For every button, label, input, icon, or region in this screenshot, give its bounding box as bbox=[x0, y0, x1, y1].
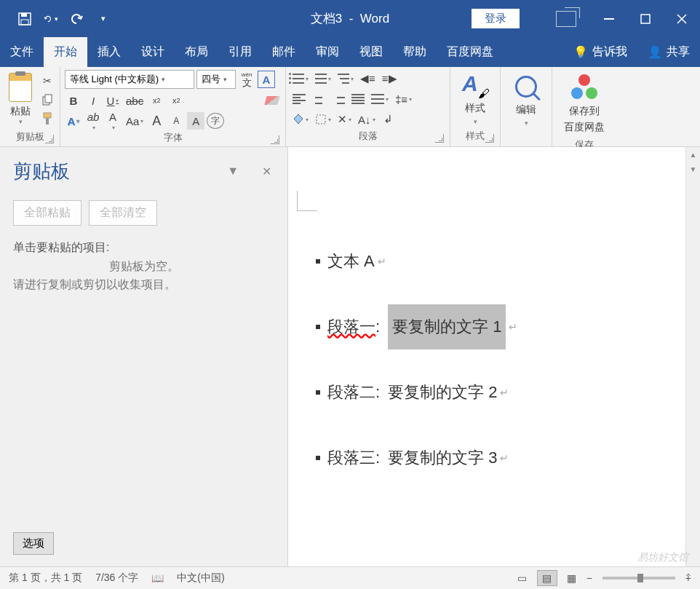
paste-button[interactable]: 粘贴 ▾ bbox=[4, 70, 36, 129]
close-button[interactable] bbox=[664, 0, 700, 37]
italic-button[interactable]: I bbox=[84, 92, 102, 109]
tab-布局[interactable]: 布局 bbox=[175, 37, 218, 67]
zoom-slider[interactable] bbox=[602, 577, 675, 580]
pane-dropdown-icon[interactable]: ▼ bbox=[224, 162, 242, 181]
clear-all-button[interactable]: 全部清空 bbox=[89, 200, 157, 226]
tab-帮助[interactable]: 帮助 bbox=[393, 37, 437, 67]
tab-插入[interactable]: 插入 bbox=[87, 37, 131, 67]
highlight-button[interactable]: ab bbox=[84, 112, 102, 130]
align-center-button[interactable] bbox=[310, 90, 327, 108]
font-size-combo[interactable]: 四号▾ bbox=[196, 70, 236, 89]
line-spacing-button[interactable]: ‡≡ bbox=[393, 90, 414, 108]
shading-button[interactable] bbox=[290, 111, 311, 128]
tab-文件[interactable]: 文件 bbox=[0, 37, 44, 67]
tab-百度网盘[interactable]: 百度网盘 bbox=[437, 37, 504, 67]
clipboard-launcher-icon[interactable] bbox=[45, 135, 54, 143]
multilevel-button[interactable] bbox=[335, 70, 356, 87]
zoom-out-button[interactable]: − bbox=[586, 572, 592, 584]
borders-button[interactable] bbox=[313, 111, 333, 128]
styles-launcher-icon[interactable] bbox=[485, 134, 494, 143]
maximize-button[interactable] bbox=[627, 0, 664, 37]
scroll-down-icon[interactable]: ▼ bbox=[686, 162, 700, 176]
bullets-button[interactable] bbox=[290, 70, 311, 87]
strikethrough-button[interactable]: abc bbox=[124, 92, 146, 109]
cut-icon[interactable]: ✂ bbox=[39, 73, 55, 89]
paragraph-mark-icon bbox=[316, 325, 320, 329]
font-name-combo[interactable]: 等线 Light (中文标题)▾ bbox=[65, 70, 194, 89]
proofing-icon[interactable]: 📖 bbox=[151, 572, 164, 584]
options-button[interactable]: 选项 bbox=[13, 532, 54, 555]
doc-line[interactable]: 文本 A↵ bbox=[316, 250, 685, 272]
read-mode-icon[interactable]: ▭ bbox=[512, 570, 533, 586]
numbering-button[interactable] bbox=[313, 70, 333, 87]
shrink-font-button[interactable]: A bbox=[167, 112, 185, 130]
copy-icon[interactable] bbox=[39, 92, 55, 108]
align-right-button[interactable] bbox=[330, 90, 347, 108]
paragraph-mark-icon bbox=[316, 390, 320, 395]
word-count-status[interactable]: 7/36 个字 bbox=[95, 572, 138, 585]
show-marks-button[interactable]: ↲ bbox=[380, 111, 397, 128]
grow-font-button[interactable]: A bbox=[148, 112, 165, 130]
char-scale-button[interactable]: Aa bbox=[124, 112, 146, 130]
clear-format-button[interactable]: A bbox=[187, 112, 204, 130]
paste-all-button[interactable]: 全部粘贴 bbox=[13, 200, 81, 226]
doc-line[interactable]: 段落三: 要复制的文字 3↵ bbox=[316, 447, 685, 469]
distribute-button[interactable] bbox=[369, 90, 391, 108]
bold-button[interactable]: B bbox=[65, 92, 82, 109]
save-icon[interactable] bbox=[17, 12, 32, 26]
superscript-button[interactable]: x2 bbox=[167, 92, 185, 109]
sort-button[interactable]: A↓ bbox=[356, 111, 378, 128]
styles-group: A🖌 样式▾ 样式 bbox=[450, 67, 501, 146]
tab-设计[interactable]: 设计 bbox=[131, 37, 175, 67]
editing-button[interactable]: 编辑▾ bbox=[505, 70, 547, 130]
justify-button[interactable] bbox=[349, 90, 367, 108]
underline-button[interactable]: U bbox=[104, 92, 122, 109]
quick-access-toolbar: ▾ ▾ bbox=[0, 12, 111, 26]
page-status[interactable]: 第 1 页，共 1 页 bbox=[9, 572, 82, 585]
styles-button[interactable]: A🖌 样式▾ bbox=[455, 70, 496, 128]
doc-line[interactable]: 段落二: 要复制的文字 2↵ bbox=[316, 382, 685, 403]
return-icon: ↵ bbox=[500, 387, 509, 398]
text-effect-button[interactable]: A bbox=[65, 112, 82, 130]
subscript-button[interactable]: x2 bbox=[148, 92, 165, 109]
tab-引用[interactable]: 引用 bbox=[218, 37, 262, 67]
clipboard-group: 粘贴 ▾ ✂ 剪贴板 bbox=[0, 67, 60, 146]
collapse-ribbon-icon[interactable]: ⌃ bbox=[684, 572, 693, 583]
tab-邮件[interactable]: 邮件 bbox=[262, 37, 306, 67]
svg-rect-1 bbox=[21, 13, 27, 17]
char-border-button[interactable]: A bbox=[258, 71, 275, 88]
increase-indent-button[interactable]: ≡▶ bbox=[380, 70, 399, 87]
doc-line[interactable]: 段落一: 要复制的文字 1↵ bbox=[316, 316, 685, 338]
share-button[interactable]: 👤共享 bbox=[637, 37, 700, 67]
enclose-char-button[interactable]: 字 bbox=[207, 113, 224, 129]
login-button[interactable]: 登录 bbox=[472, 9, 520, 28]
undo-icon[interactable]: ▾ bbox=[44, 12, 58, 26]
tab-开始[interactable]: 开始 bbox=[44, 37, 87, 67]
qat-customize-icon[interactable]: ▾ bbox=[96, 12, 111, 26]
clipboard-icon bbox=[9, 73, 32, 102]
save-baidu-button[interactable]: 保存到 百度网盘 bbox=[557, 70, 612, 137]
snap-grid-button[interactable]: ✕ bbox=[335, 111, 354, 128]
font-launcher-icon[interactable] bbox=[271, 135, 279, 144]
vertical-scrollbar[interactable]: ▲ ▼ bbox=[685, 147, 700, 566]
phonetic-guide-button[interactable]: wén文 bbox=[238, 71, 255, 88]
document-area[interactable]: 文本 A↵段落一: 要复制的文字 1↵段落二: 要复制的文字 2↵段落三: 要复… bbox=[288, 147, 700, 566]
decrease-indent-button[interactable]: ◀≡ bbox=[358, 70, 378, 87]
paragraph-launcher-icon[interactable] bbox=[435, 134, 444, 143]
language-status[interactable]: 中文(中国) bbox=[177, 572, 224, 585]
ribbon: 粘贴 ▾ ✂ 剪贴板 等线 Light (中文标题)▾ 四号▾ wén文 A B… bbox=[0, 67, 700, 147]
ribbon-display-icon[interactable] bbox=[556, 11, 576, 27]
tab-视图[interactable]: 视图 bbox=[349, 37, 393, 67]
web-layout-icon[interactable]: ▦ bbox=[562, 570, 582, 586]
align-left-button[interactable] bbox=[290, 90, 308, 108]
tab-审阅[interactable]: 审阅 bbox=[306, 37, 349, 67]
pane-close-icon[interactable]: ✕ bbox=[259, 162, 274, 181]
format-painter-icon[interactable] bbox=[39, 111, 55, 127]
tell-me-button[interactable]: 💡告诉我 bbox=[563, 37, 637, 67]
eraser-button[interactable] bbox=[263, 92, 281, 109]
scroll-up-icon[interactable]: ▲ bbox=[686, 147, 700, 162]
minimize-button[interactable] bbox=[591, 0, 627, 37]
redo-icon[interactable] bbox=[70, 12, 84, 26]
font-color-button[interactable]: A bbox=[104, 112, 122, 130]
print-layout-icon[interactable]: ▤ bbox=[537, 570, 557, 586]
